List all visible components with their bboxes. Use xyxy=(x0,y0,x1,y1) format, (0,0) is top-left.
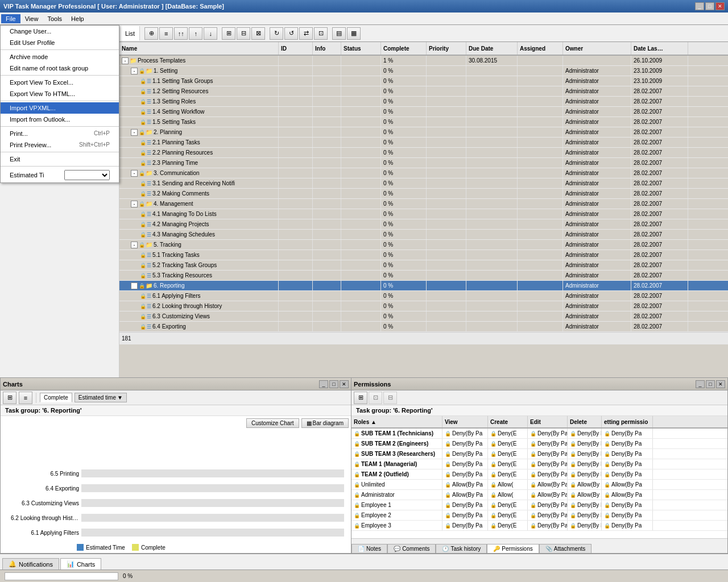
table-row[interactable]: 🔒☰2.3 Planning Time0 %Administrator28.02… xyxy=(119,158,728,168)
table-row[interactable]: 🔒☰2.1 Planning Tasks0 %Administrator28.0… xyxy=(119,138,728,148)
perm-row[interactable]: 🔒Employee 2🔒Deny(By Pa🔒Deny(E🔒Deny(By Pa… xyxy=(351,510,727,521)
table-row[interactable]: 🔒☰1.4 Setting Workflow0 %Administrator28… xyxy=(119,107,728,117)
col-owner[interactable]: Owner xyxy=(563,42,631,55)
table-row[interactable]: 🔒☰4.2 Managing Projects0 %Administrator2… xyxy=(119,219,728,230)
table-row[interactable]: -🔒📁1. Setting0 %Administrator23.10.2009 xyxy=(119,66,728,76)
expand-button[interactable]: - xyxy=(131,68,138,74)
table-row[interactable]: -🔒📁5. Tracking0 %Administrator28.02.2007 xyxy=(119,240,728,250)
perm-col-delete[interactable]: Delete xyxy=(568,416,602,427)
expand-button[interactable]: - xyxy=(131,129,138,136)
customize-chart-btn[interactable]: Customize Chart xyxy=(246,418,299,428)
toolbar-btn-10[interactable]: ⊡ xyxy=(314,27,328,40)
minimize-button[interactable]: _ xyxy=(695,2,704,10)
expand-button[interactable]: - xyxy=(131,170,138,177)
expand-button[interactable]: - xyxy=(131,201,138,207)
perm-row[interactable]: 🔒TEAM 2 (Outfield)🔒Deny(By Pa🔒Deny(E🔒Den… xyxy=(351,469,727,480)
close-button[interactable]: ✕ xyxy=(715,2,725,10)
perm-col-view[interactable]: View xyxy=(442,416,488,427)
perm-close-btn[interactable]: ✕ xyxy=(716,380,725,388)
toolbar-btn-4[interactable]: ↑ xyxy=(189,27,202,40)
table-row[interactable]: 🔒☰4.3 Managing Schedules0 %Administrator… xyxy=(119,230,728,240)
import-vpxml-item[interactable]: Import VPXML... xyxy=(1,102,119,114)
change-user-item[interactable]: Change User... xyxy=(1,26,119,37)
view-menu[interactable]: View xyxy=(20,14,43,23)
toolbar-btn-3[interactable]: ↑↑ xyxy=(174,27,188,40)
table-row[interactable]: 🔒☰1.1 Setting Task Groups0 %Administrato… xyxy=(119,76,728,86)
table-row[interactable]: 🔒☰1.2 Setting Resources0 %Administrator2… xyxy=(119,86,728,97)
perm-toolbar-btn3[interactable]: ⊟ xyxy=(383,392,397,404)
charts-toolbar-btn1[interactable]: ⊞ xyxy=(3,392,16,404)
edit-user-profile-item[interactable]: Edit User Profile xyxy=(1,37,119,48)
bar-diagram-btn[interactable]: ▦ Bar diagram xyxy=(301,418,349,428)
toolbar-btn-8[interactable]: ⊠ xyxy=(251,27,265,40)
notifications-tab[interactable]: 🔔 Notifications xyxy=(2,558,59,569)
help-menu[interactable]: Help xyxy=(67,14,89,23)
col-priority[interactable]: Priority xyxy=(427,42,466,55)
table-row[interactable]: 🔒☰6.4 Exporting0 %Administrator28.02.200… xyxy=(119,322,728,332)
charts-maximize-btn[interactable]: □ xyxy=(329,380,338,388)
col-id[interactable]: ID xyxy=(279,42,313,55)
table-row[interactable]: 🔒☰6.1 Applying Filters0 %Administrator28… xyxy=(119,291,728,301)
col-info[interactable]: Info xyxy=(313,42,341,55)
perm-toolbar-btn1[interactable]: ⊞ xyxy=(354,392,367,404)
perm-minimize-btn[interactable]: _ xyxy=(696,380,705,388)
print-preview-item[interactable]: Print Preview... Shift+Ctrl+P xyxy=(1,139,119,151)
list-tab[interactable]: List xyxy=(121,26,140,40)
toolbar-btn-9[interactable]: ⇄ xyxy=(299,27,313,40)
task-history-tab[interactable]: 🕐 Task history xyxy=(436,544,487,553)
table-row[interactable]: -🔒📁4. Management0 %Administrator28.02.20… xyxy=(119,199,728,209)
perm-toolbar-btn2[interactable]: ⊡ xyxy=(369,392,382,404)
col-assigned[interactable]: Assigned xyxy=(518,42,563,55)
toolbar-btn-undo[interactable]: ↺ xyxy=(284,27,298,40)
col-duedate[interactable]: Due Date xyxy=(466,42,518,55)
perm-row[interactable]: 🔒SUB TEAM 3 (Researchers)🔒Deny(By Pa🔒Den… xyxy=(351,449,727,459)
export-html-item[interactable]: Export View To HTML... xyxy=(1,88,119,99)
table-row[interactable]: 🔒☰6.2 Looking through History0 %Administ… xyxy=(119,301,728,311)
table-row[interactable]: -🔒📁3. Communication0 %Administrator28.02… xyxy=(119,168,728,178)
toolbar-btn-2[interactable]: ≡ xyxy=(159,27,173,40)
perm-col-edit[interactable]: Edit xyxy=(528,416,568,427)
charts-minimize-btn[interactable]: _ xyxy=(319,380,328,388)
toolbar-btn-7[interactable]: ⊟ xyxy=(237,27,250,40)
table-row[interactable]: 🔒☰3.1 Sending and Receiving Notifi0 %Adm… xyxy=(119,178,728,189)
complete-tab[interactable]: Complete xyxy=(40,393,72,402)
toolbar-btn-6[interactable]: ⊞ xyxy=(222,27,235,40)
expand-button[interactable]: - xyxy=(122,57,129,64)
exit-item[interactable]: Exit xyxy=(1,153,119,165)
perm-col-create[interactable]: Create xyxy=(488,416,528,427)
toolbar-btn-refresh[interactable]: ↻ xyxy=(270,27,283,40)
comments-tab[interactable]: 💬 Comments xyxy=(387,544,436,553)
estimated-time-tab[interactable]: Estimated time ▼ xyxy=(75,393,127,402)
table-row[interactable]: 🔒☰3.2 Making Comments0 %Administrator28.… xyxy=(119,189,728,199)
table-row[interactable]: 🔒☰5.2 Tracking Task Groups0 %Administrat… xyxy=(119,260,728,271)
col-complete[interactable]: Complete xyxy=(381,42,427,55)
perm-row[interactable]: 🔒Unlimited🔒Allow(By Pa🔒Allow(🔒Allow(By P… xyxy=(351,480,727,490)
tools-menu[interactable]: Tools xyxy=(43,14,67,23)
perm-row[interactable]: 🔒Employee 1🔒Deny(By Pa🔒Deny(E🔒Deny(By Pa… xyxy=(351,500,727,510)
import-outlook-item[interactable]: Import from Outlook... xyxy=(1,114,119,125)
table-row[interactable]: -📁Process Templates1 %30.08.201526.10.20… xyxy=(119,56,728,66)
table-row[interactable]: 🔒☰6.3 Customizing Views0 %Administrator2… xyxy=(119,311,728,322)
toolbar-btn-11[interactable]: ▤ xyxy=(332,27,346,40)
perm-row[interactable]: 🔒Administrator🔒Allow(By Pa🔒Allow(🔒Allow(… xyxy=(351,490,727,500)
charts-toolbar-btn2[interactable]: ≡ xyxy=(19,392,32,404)
archive-mode-item[interactable]: Archive mode xyxy=(1,51,119,63)
file-menu[interactable]: File xyxy=(1,14,20,23)
table-row[interactable]: -🔒📁6. Reporting0 %Administrator28.02.200… xyxy=(119,281,728,291)
col-name[interactable]: Name xyxy=(119,42,279,55)
toolbar-btn-1[interactable]: ⊕ xyxy=(144,27,158,40)
expand-button[interactable]: - xyxy=(131,242,138,248)
attachments-tab[interactable]: 📎 Attachments xyxy=(539,544,592,553)
perm-row[interactable]: 🔒SUB TEAM 2 (Engineers)🔒Deny(By Pa🔒Deny(… xyxy=(351,439,727,449)
toolbar-btn-5[interactable]: ↓ xyxy=(204,27,217,40)
perm-row[interactable]: 🔒Employee 3🔒Deny(By Pa🔒Deny(E🔒Deny(By Pa… xyxy=(351,521,727,531)
table-row[interactable]: 🔒☰4.1 Managing To Do Lists0 %Administrat… xyxy=(119,209,728,219)
table-row[interactable]: -🔒📁2. Planning0 %Administrator28.02.2007 xyxy=(119,127,728,138)
perm-col-setting[interactable]: etting permissio xyxy=(602,416,653,427)
table-row[interactable]: 🔒☰5.1 Tracking Tasks0 %Administrator28.0… xyxy=(119,250,728,260)
export-excel-item[interactable]: Export View To Excel... xyxy=(1,77,119,88)
table-row[interactable]: 🔒☰2.2 Planning Resources0 %Administrator… xyxy=(119,148,728,158)
table-row[interactable]: 🔒☰1.5 Setting Tasks0 %Administrator28.02… xyxy=(119,117,728,127)
perm-row[interactable]: 🔒TEAM 1 (Managerial)🔒Deny(By Pa🔒Deny(E🔒D… xyxy=(351,459,727,469)
expand-button[interactable]: - xyxy=(131,282,138,289)
